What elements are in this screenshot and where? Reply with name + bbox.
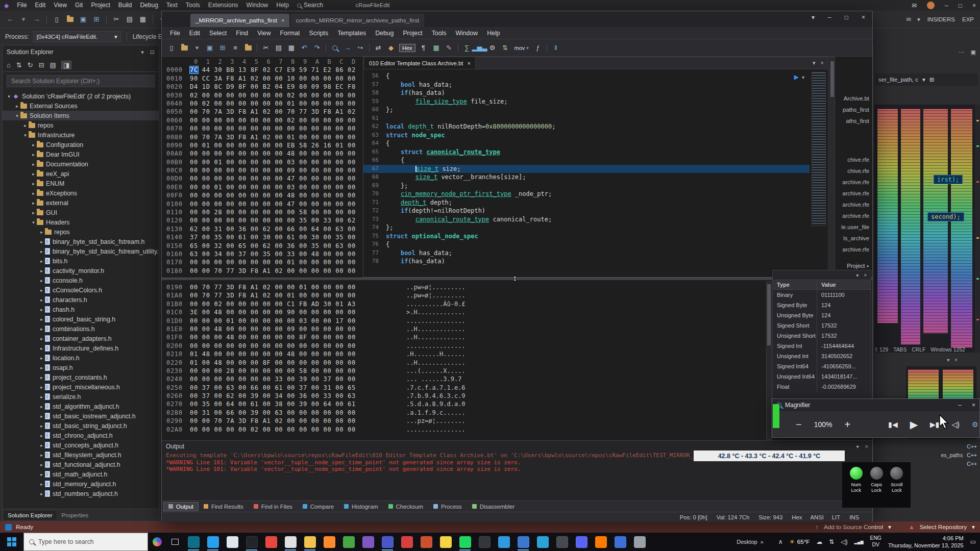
close-button[interactable]: × xyxy=(972,402,975,409)
tree-item[interactable]: ▸repos xyxy=(3,120,159,130)
open-file-item[interactable]: aths_first xyxy=(836,115,869,127)
hex-row[interactable]: 01F000 00 00 48 00 00 00 00 00 8F 00 00 … xyxy=(166,333,769,341)
menu-view[interactable]: View xyxy=(253,30,275,37)
chevron-icon[interactable]: ▾ xyxy=(6,94,12,99)
tree-item[interactable]: ▸bits.h xyxy=(3,256,159,266)
chevron-icon[interactable]: ▸ xyxy=(30,181,37,186)
vs-menu-edit[interactable]: Edit xyxy=(31,0,50,11)
output-tab-compare[interactable]: Compare xyxy=(298,503,338,511)
hex-row[interactable]: 021001 48 00 00 00 00 00 00 48 00 00 00 … xyxy=(166,350,769,358)
document-tab[interactable]: _MIRROR_archive_paths_first× xyxy=(190,14,289,27)
close-button[interactable]: × xyxy=(862,14,865,21)
code-line[interactable]: 57 bool has_data; xyxy=(363,81,810,89)
add-to-source-control-button[interactable]: Add to Source Control xyxy=(824,523,883,531)
menu-project[interactable]: Project xyxy=(399,30,426,37)
tree-item[interactable]: ▾Solution Items xyxy=(3,111,159,120)
code-line[interactable]: 67 size_t size; xyxy=(363,165,810,173)
minimize-button[interactable]: – xyxy=(828,14,831,21)
chevron-icon[interactable]: ▸ xyxy=(38,356,45,361)
tab-properties[interactable]: Properties xyxy=(58,511,92,520)
inspector-row[interactable]: Signed Short17532 xyxy=(773,320,871,331)
chevron-icon[interactable]: ▾ xyxy=(14,113,20,118)
open-file-item[interactable]: Archive.bt xyxy=(836,93,869,104)
chevron-icon[interactable]: ▸ xyxy=(38,491,45,496)
tree-item[interactable]: ▸std_filesystem_adjunct.h xyxy=(3,450,159,460)
activity-icon[interactable]: ⇅ xyxy=(829,538,834,545)
menu-format[interactable]: Format xyxy=(276,30,304,37)
chevron-icon[interactable]: ▸ xyxy=(38,327,45,332)
open-file-item[interactable]: paths_first xyxy=(836,104,869,115)
taskbar-app-telegram[interactable] xyxy=(533,533,552,551)
taskbar-app-calculator[interactable] xyxy=(610,533,630,551)
chevron-down-icon[interactable]: ▾ xyxy=(888,523,891,531)
pause-icon[interactable]: ‖ xyxy=(550,42,561,54)
splitter-handle[interactable] xyxy=(162,278,872,280)
vs-menu-view[interactable]: View xyxy=(50,0,71,11)
task-view-button[interactable] xyxy=(166,539,184,545)
tree-item[interactable]: ▸Documentation xyxy=(3,159,159,169)
chevron-icon[interactable]: ▸ xyxy=(30,191,37,196)
chevron-icon[interactable]: ▸ xyxy=(38,453,45,458)
chevron-icon[interactable]: ▸ xyxy=(38,307,45,312)
tree-item[interactable]: ▸std_functional_adjunct.h xyxy=(3,460,159,469)
hex-scrollbar[interactable] xyxy=(766,282,772,440)
menu-help[interactable]: Help xyxy=(483,30,504,37)
tree-item[interactable]: ▸colored_basic_string.h xyxy=(3,314,159,324)
open-file-item[interactable]: archive.rfe xyxy=(836,244,869,255)
taskbar-app-spotify[interactable] xyxy=(455,533,475,551)
tree-item[interactable]: ▸binary_byte_std_basic_fstream_utility.h xyxy=(3,246,159,256)
code-line[interactable]: 61 xyxy=(363,114,810,123)
inspector-row[interactable]: Unsigned Int641434018147... xyxy=(773,371,871,382)
chevron-icon[interactable]: ▸ xyxy=(38,404,45,409)
output-tab-process[interactable]: Process xyxy=(429,503,467,511)
maximize-button[interactable]: □ xyxy=(845,14,848,21)
output-tab-find-results[interactable]: Find Results xyxy=(199,503,248,511)
play-button[interactable]: ▶ xyxy=(910,418,918,431)
chevron-icon[interactable]: ▸ xyxy=(38,336,45,341)
volume-icon[interactable]: ◁) xyxy=(952,420,960,429)
hex-row[interactable]: 02A000 00 00 00 00 02 00 00 00 00 00 00 … xyxy=(166,425,769,434)
tree-item[interactable]: ▸cconsole.h xyxy=(3,276,159,285)
taskbar-app-firefox[interactable] xyxy=(320,533,339,551)
chevron-icon[interactable]: ▸ xyxy=(38,385,45,390)
taskbar-app-notepad[interactable] xyxy=(223,533,242,551)
dropdown-icon[interactable]: ▾ xyxy=(18,14,29,24)
chevron-icon[interactable]: ▸ xyxy=(38,394,45,399)
code-line[interactable]: 74}; xyxy=(363,223,810,232)
chevron-icon[interactable]: ▸ xyxy=(38,414,45,419)
home-icon[interactable]: ⌂ xyxy=(7,61,11,69)
more-icon[interactable]: ⋯ xyxy=(959,49,965,56)
close-icon[interactable]: × xyxy=(864,272,867,278)
chevron-icon[interactable]: ▸ xyxy=(30,142,37,147)
vs-menu-project[interactable]: Project xyxy=(87,0,114,11)
vs-menu-text[interactable]: Text xyxy=(162,0,182,11)
skip-back-button[interactable]: ▮◀ xyxy=(888,420,897,429)
right-file-tab[interactable]: ser_file_path, c ▾ ⊞ xyxy=(875,73,978,86)
save-icon[interactable]: ▣ xyxy=(78,14,88,24)
output-tab-find-in-files[interactable]: Find in Files xyxy=(249,503,297,511)
tree-item[interactable]: ▸Configuration xyxy=(3,140,159,149)
tree-item[interactable]: ▸std_math_adjunct.h xyxy=(3,469,159,479)
copy-icon[interactable]: ▤ xyxy=(273,42,284,54)
open-file-item[interactable]: ls_archive xyxy=(836,233,869,244)
volume-icon[interactable]: ◁) xyxy=(841,538,847,545)
chevron-icon[interactable]: ▸ xyxy=(38,297,45,303)
notification-center-icon[interactable]: ▭ xyxy=(970,538,976,545)
tools-icon[interactable]: ⚙ xyxy=(487,42,498,54)
zoom-in-button[interactable]: + xyxy=(845,419,851,431)
file-list-item[interactable]: C++ xyxy=(873,442,977,450)
menu-templates[interactable]: Templates xyxy=(333,30,370,37)
tree-item[interactable]: ▸cactivity_monitor.h xyxy=(3,266,159,276)
find-icon[interactable] xyxy=(329,42,340,54)
forward-icon[interactable]: → xyxy=(32,14,42,24)
hex-row[interactable]: 026000 37 00 62 00 39 00 34 00 36 00 33 … xyxy=(166,392,769,400)
new-file-icon[interactable]: ▯ xyxy=(166,42,177,54)
dropdown-icon[interactable]: ▾ xyxy=(191,42,203,54)
tree-item[interactable]: ▸repos xyxy=(3,227,159,237)
inspector-row[interactable]: Unsigned Int3140502652 xyxy=(773,351,871,361)
chevron-down-icon[interactable]: ▾ xyxy=(856,443,859,449)
chevron-icon[interactable]: ▸ xyxy=(38,288,45,293)
hex-mode-button[interactable]: Hex xyxy=(399,44,415,52)
maximize-button[interactable]: □ xyxy=(959,2,962,9)
dropdown-icon[interactable]: ▾ xyxy=(917,16,920,23)
